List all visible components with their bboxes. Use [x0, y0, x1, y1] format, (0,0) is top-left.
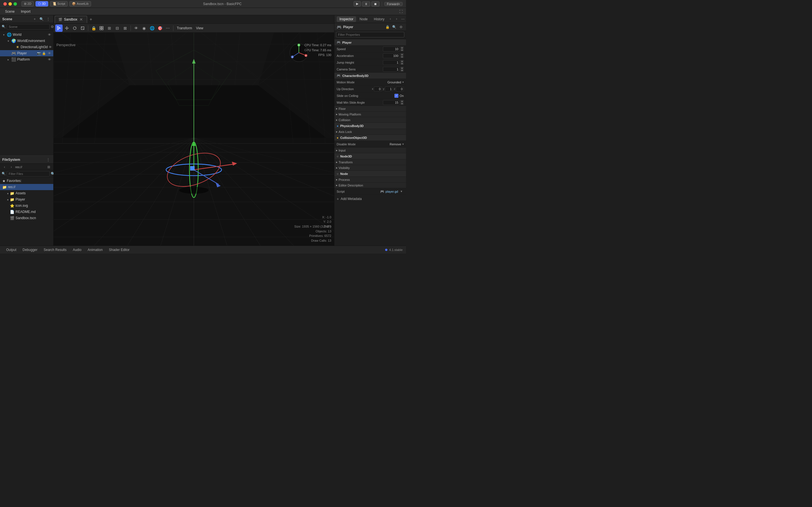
fs-item-player-folder[interactable]: ▸ 📁 Player	[0, 196, 53, 203]
stop-button[interactable]: ⏹	[371, 1, 379, 6]
inspector-more-button[interactable]: ⋯	[400, 16, 406, 22]
process-section[interactable]: ▸ Process	[335, 177, 406, 182]
acceleration-value[interactable]	[383, 53, 400, 58]
tab-sandbox[interactable]: 🎬 Sandbox ✕	[55, 16, 87, 23]
inspector-search-button[interactable]: 🔍	[391, 24, 397, 30]
inspector-lock-button[interactable]: 🔒	[385, 24, 390, 30]
view-mode-button[interactable]: 👁	[133, 24, 140, 32]
tree-item-world[interactable]: ▾ 🌐 World 👁	[0, 32, 53, 38]
snap-button[interactable]: ⊞	[106, 24, 113, 32]
add-node-button[interactable]: +	[32, 16, 38, 22]
fs-item-assets[interactable]: ▸ 📁 Assets	[0, 190, 53, 196]
up-z-value[interactable]	[396, 87, 404, 92]
speed-up-button[interactable]: ▲	[400, 47, 404, 49]
status-tab-debugger[interactable]: Debugger	[20, 247, 40, 252]
add-metadata-row[interactable]: + Add Metadata	[335, 195, 406, 203]
speed-down-button[interactable]: ▼	[400, 49, 404, 51]
script-filename[interactable]: player.gd	[386, 190, 398, 193]
fs-layout-button[interactable]: ⊞	[46, 164, 52, 170]
status-tab-audio[interactable]: Audio	[70, 247, 84, 252]
fs-filter-input[interactable]	[7, 171, 50, 177]
filesystem-options-button[interactable]: ⋮	[45, 157, 51, 163]
player-eye-icon[interactable]: 👁	[47, 51, 52, 55]
filter-properties-input[interactable]	[336, 32, 404, 38]
accel-up-button[interactable]: ▲	[400, 53, 404, 55]
filter-scene-button[interactable]: 🔍	[39, 16, 44, 22]
collision-section[interactable]: ▸ Collision	[335, 117, 406, 123]
status-tab-search[interactable]: Search Results	[41, 247, 69, 252]
light-eye-icon[interactable]: 👁	[49, 45, 52, 49]
jump-down-button[interactable]: ▼	[400, 62, 404, 65]
filter-nodes-input[interactable]	[7, 24, 50, 30]
fs-item-sandbox-tscn[interactable]: ▸ 🎬 Sandbox.tscn	[0, 215, 53, 221]
mode-2d-btn[interactable]: ⊞ 2D	[21, 1, 34, 6]
menu-import[interactable]: Import	[18, 9, 33, 14]
speed-value[interactable]	[383, 47, 400, 52]
status-tab-animation[interactable]: Animation	[85, 247, 105, 252]
disable-mode-dropdown[interactable]: Remove ▾	[390, 143, 404, 146]
view-label[interactable]: View	[194, 26, 205, 30]
tree-item-worldenv[interactable]: ▾ 🌍 WorldEnvironment	[0, 38, 53, 44]
sandbox-tab-close[interactable]: ✕	[79, 17, 84, 22]
input-section[interactable]: ▸ Input	[335, 148, 406, 153]
axis-lock-section[interactable]: ▸ Axis Lock	[335, 129, 406, 135]
jump-up-button[interactable]: ▲	[400, 60, 404, 62]
gizmo-button[interactable]: 🎯	[156, 24, 163, 32]
run-mode-button[interactable]: Forward+	[384, 2, 403, 6]
camera-sens-value[interactable]	[383, 67, 400, 72]
grid-button[interactable]: ⊟	[114, 24, 121, 32]
inspector-settings-button[interactable]: ⚙	[398, 24, 404, 30]
script-open-button[interactable]: ▾	[399, 189, 404, 194]
shader-button[interactable]: ◉	[140, 24, 148, 32]
up-y-value[interactable]	[385, 87, 393, 92]
scene-options-button[interactable]: ⋮	[45, 16, 51, 22]
tab-history[interactable]: History	[371, 16, 387, 22]
pause-button[interactable]: ⏸	[362, 1, 370, 6]
jump-height-value[interactable]	[383, 60, 400, 65]
inspector-forward-button[interactable]: ›	[394, 16, 399, 21]
mode-3d-btn[interactable]: ⬡ 3D	[36, 1, 48, 6]
lock-button[interactable]: 🔒	[90, 24, 97, 32]
platform-eye-icon[interactable]: 👁	[47, 57, 52, 62]
motion-mode-dropdown[interactable]: Grounded ▾	[388, 80, 404, 84]
resize-icon[interactable]: ⛶	[398, 9, 404, 14]
fs-item-readme[interactable]: ▸ 📄 README.md	[0, 209, 53, 215]
tab-inspector[interactable]: Inspector	[337, 16, 356, 22]
inspector-back-button[interactable]: ‹	[388, 16, 393, 21]
up-x-value[interactable]	[374, 87, 382, 92]
status-tab-output[interactable]: Output	[3, 247, 19, 252]
add-tab-button[interactable]: +	[88, 16, 94, 22]
group-button[interactable]	[98, 24, 105, 32]
moving-platform-section[interactable]: ▸ Moving Platform	[335, 112, 406, 117]
play-button[interactable]: ▶	[354, 1, 361, 6]
menu-scene[interactable]: Scene	[2, 9, 17, 14]
sens-down-button[interactable]: ▼	[400, 69, 404, 71]
tree-item-platform[interactable]: ▸ ⬛ Platform 👁	[0, 56, 53, 62]
transform-section[interactable]: ▸ Transform	[335, 159, 406, 165]
wall-min-down-button[interactable]: ▼	[400, 103, 404, 105]
assetlib-btn[interactable]: 📦 AssetLib	[69, 1, 91, 6]
fs-back-button[interactable]: ‹	[2, 164, 7, 170]
editor-description-section[interactable]: ▸ Editor Description	[335, 182, 406, 188]
slide-ceiling-checkbox[interactable]: ✓	[395, 94, 398, 98]
status-tab-shader-editor[interactable]: Shader Editor	[106, 247, 132, 252]
script-btn[interactable]: 📜 Script	[50, 1, 68, 6]
transform-label[interactable]: Transform	[175, 26, 194, 30]
wall-min-slide-value[interactable]	[383, 100, 400, 105]
rotate-tool-button[interactable]	[71, 24, 79, 32]
close-dot[interactable]	[3, 2, 7, 6]
more-button[interactable]: ⋯	[164, 24, 171, 32]
wall-min-up-button[interactable]: ▲	[400, 100, 404, 102]
tree-item-light[interactable]: ▸ ☀ DirectionalLight3d 👁	[0, 44, 53, 50]
select-tool-button[interactable]	[55, 24, 63, 32]
align-button[interactable]: ⊠	[121, 24, 129, 32]
scale-tool-button[interactable]	[79, 24, 86, 32]
fs-forward-button[interactable]: ›	[8, 164, 14, 170]
env-button[interactable]: 🌐	[148, 24, 156, 32]
sens-up-button[interactable]: ▲	[400, 67, 404, 69]
fs-item-res[interactable]: 📁 res://	[0, 184, 53, 190]
floor-section[interactable]: ▸ Floor	[335, 106, 406, 112]
visibility-section[interactable]: ▸ Visibility	[335, 165, 406, 171]
maximize-dot[interactable]	[13, 2, 17, 6]
world-eye-icon[interactable]: 👁	[47, 33, 52, 37]
